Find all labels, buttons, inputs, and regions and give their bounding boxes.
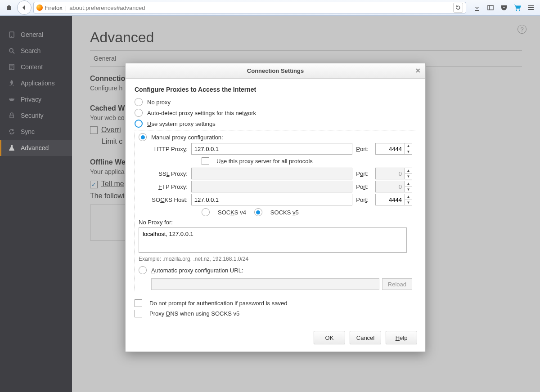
radio-auto-detect-label: Auto-detect proxy settings for this netw…	[147, 110, 256, 116]
use-all-protocols-checkbox[interactable]	[202, 157, 209, 165]
radio-socks-v4[interactable]	[202, 208, 210, 216]
pocket-icon	[500, 4, 508, 11]
radio-auto-detect[interactable]	[135, 109, 143, 117]
arrow-left-icon	[21, 4, 28, 11]
radio-system-proxy[interactable]	[135, 120, 143, 128]
dialog-titlebar: Connection Settings ✕	[126, 63, 425, 79]
reload-button[interactable]	[453, 3, 463, 13]
radio-auto-url-label: Automatic proxy configuration URL:	[151, 267, 243, 274]
svg-rect-0	[488, 5, 493, 10]
menu-button[interactable]	[525, 1, 537, 14]
http-port-spinner[interactable]: ▲▼	[405, 143, 412, 155]
downloads-button[interactable]	[471, 1, 483, 14]
dialog-close-button[interactable]: ✕	[415, 67, 421, 74]
socks-port-label: Port:	[356, 196, 372, 203]
dialog-title: Connection Settings	[247, 67, 304, 74]
http-proxy-label: HTTP Proxy:	[151, 146, 188, 152]
manual-proxy-group: Manual proxy configuration: HTTP Proxy: …	[135, 130, 416, 292]
no-auth-prompt-label: Do not prompt for authentication if pass…	[149, 300, 287, 307]
hamburger-icon	[527, 4, 535, 11]
browser-toolbar: Firefox | about:preferences#advanced	[0, 0, 540, 16]
download-icon	[473, 4, 481, 11]
auto-url-input[interactable]	[151, 278, 379, 290]
radio-manual-proxy[interactable]	[139, 133, 147, 141]
ftp-proxy-input[interactable]	[191, 181, 353, 192]
radio-system-proxy-label: Use system proxy settings	[147, 120, 216, 127]
sidebar-button[interactable]	[484, 1, 497, 14]
connection-settings-dialog: Connection Settings ✕ Configure Proxies …	[125, 63, 426, 352]
url-text: about:preferences#advanced	[69, 4, 145, 11]
home-icon	[5, 4, 13, 11]
dialog-heading: Configure Proxies to Access the Internet	[135, 86, 416, 93]
ssl-port-spinner[interactable]: ▲▼	[405, 168, 412, 179]
no-proxy-label: No Proxy for:	[139, 219, 412, 226]
reload-pac-button[interactable]: Reload	[382, 278, 412, 290]
svg-point-3	[519, 9, 520, 11]
radio-no-proxy[interactable]	[135, 98, 143, 106]
socks-port-input[interactable]	[375, 194, 405, 205]
ftp-port-label: Port:	[356, 183, 372, 190]
svg-point-2	[516, 9, 517, 11]
identity-label: Firefox	[45, 4, 63, 11]
socks-host-input[interactable]	[191, 194, 353, 205]
dialog-footer: OK Cancel Help	[126, 326, 425, 352]
no-proxy-example: Example: .mozilla.org, .net.nz, 192.168.…	[139, 256, 412, 262]
reload-icon	[455, 5, 461, 10]
http-proxy-input[interactable]	[191, 143, 353, 155]
home-button[interactable]	[3, 1, 15, 14]
ssl-port-label: Port:	[356, 170, 372, 177]
use-all-protocols-label: Use this proxy server for all protocols	[216, 158, 313, 165]
cart-icon	[513, 4, 522, 12]
cart-button[interactable]	[511, 1, 524, 14]
no-auth-prompt-checkbox[interactable]	[135, 299, 142, 307]
panel-icon	[487, 4, 494, 11]
radio-manual-proxy-label: Manual proxy configuration:	[151, 134, 223, 141]
pocket-button[interactable]	[498, 1, 510, 14]
http-port-input[interactable]	[375, 143, 405, 155]
help-button[interactable]: Help	[386, 331, 417, 344]
ssl-port-input[interactable]	[375, 168, 405, 179]
url-bar[interactable]: Firefox | about:preferences#advanced	[33, 2, 466, 13]
socks-v5-label: SOCKS v5	[270, 209, 299, 216]
firefox-icon	[36, 4, 43, 11]
proxy-dns-checkbox[interactable]	[135, 310, 142, 317]
proxy-dns-label: Proxy DNS when using SOCKS v5	[149, 310, 239, 317]
ftp-proxy-label: FTP Proxy:	[151, 183, 188, 190]
cancel-button[interactable]: Cancel	[350, 331, 381, 344]
ssl-proxy-label: SSL Proxy:	[151, 170, 188, 177]
socks-port-spinner[interactable]: ▲▼	[405, 194, 412, 205]
socks-host-label: SOCKS Host:	[151, 196, 188, 203]
radio-auto-url[interactable]	[139, 266, 147, 274]
back-button[interactable]	[17, 0, 32, 15]
ftp-port-input[interactable]	[375, 181, 405, 192]
socks-v4-label: SOCKS v4	[218, 209, 246, 216]
ssl-proxy-input[interactable]	[191, 168, 353, 179]
no-proxy-textarea[interactable]	[139, 227, 407, 253]
radio-no-proxy-label: No proxy	[147, 99, 171, 106]
radio-socks-v5[interactable]	[254, 208, 262, 216]
ftp-port-spinner[interactable]: ▲▼	[405, 181, 412, 192]
ok-button[interactable]: OK	[314, 331, 345, 344]
identity-box[interactable]: Firefox	[36, 4, 63, 11]
http-port-label: Port:	[356, 146, 372, 152]
